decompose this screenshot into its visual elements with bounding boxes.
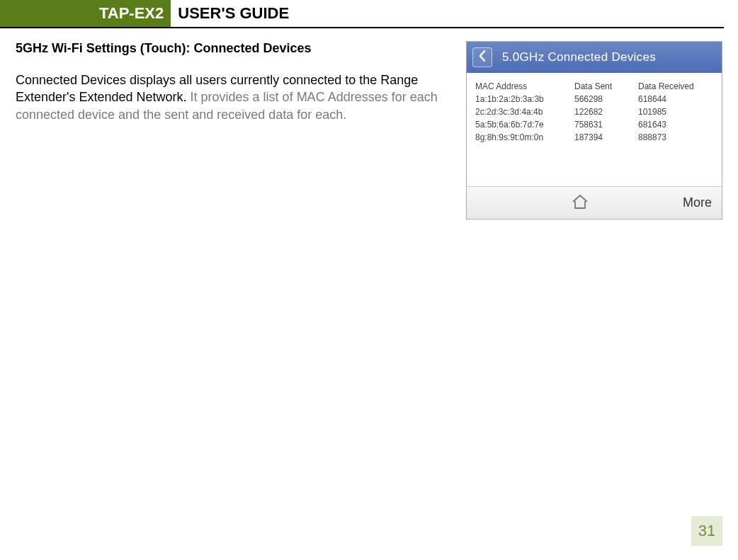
cell-recv: 101985 bbox=[638, 107, 709, 117]
col-header-recv: Data Received bbox=[638, 81, 709, 91]
cell-sent: 187394 bbox=[574, 132, 638, 142]
chevron-left-icon bbox=[478, 50, 487, 65]
table-row: 5a:5b:6a:6b:7d:7e 758631 681643 bbox=[475, 118, 713, 131]
cell-recv: 618644 bbox=[638, 94, 709, 104]
cell-mac: 8g:8h:9s:9t:0m:0n bbox=[475, 132, 574, 142]
more-button[interactable]: More bbox=[683, 195, 712, 210]
cell-recv: 888873 bbox=[638, 132, 709, 142]
page-number: 31 bbox=[691, 516, 722, 546]
device-screenshot: 5.0GHz Connected Devices MAC Address Dat… bbox=[466, 41, 722, 219]
section-heading: 5GHz Wi-Fi Settings (Touch): Connected D… bbox=[16, 41, 452, 56]
product-badge: TAP-EX2 bbox=[99, 0, 171, 27]
table-row: 8g:8h:9s:9t:0m:0n 187394 888873 bbox=[475, 131, 713, 144]
home-button[interactable] bbox=[571, 193, 589, 214]
cell-sent: 122682 bbox=[574, 107, 638, 117]
table-header-row: MAC Address Data Sent Data Received bbox=[475, 80, 713, 93]
cell-mac: 2c:2d:3c:3d:4a:4b bbox=[475, 107, 574, 117]
device-topbar: 5.0GHz Connected Devices bbox=[467, 42, 722, 73]
page-content: 5GHz Wi-Fi Settings (Touch): Connected D… bbox=[0, 28, 738, 219]
device-screen-title: 5.0GHz Connected Devices bbox=[502, 50, 656, 64]
product-name: TAP-EX2 bbox=[99, 4, 171, 23]
table-row: 2c:2d:3c:3d:4a:4b 122682 101985 bbox=[475, 105, 713, 118]
doc-header: TAP-EX2 USER'S GUIDE bbox=[0, 0, 724, 28]
cell-sent: 758631 bbox=[574, 120, 638, 130]
table-row: 1a:1b:2a:2b:3a:3b 566298 618644 bbox=[475, 93, 713, 105]
home-icon bbox=[571, 201, 589, 213]
cell-sent: 566298 bbox=[574, 94, 638, 104]
device-bottombar: More bbox=[467, 186, 722, 219]
back-button[interactable] bbox=[472, 47, 492, 67]
body-paragraph: Connected Devices displays all users cur… bbox=[16, 72, 452, 123]
header-accent-bar bbox=[0, 0, 99, 27]
col-header-sent: Data Sent bbox=[574, 81, 638, 91]
cell-recv: 681643 bbox=[638, 120, 709, 130]
cell-mac: 5a:5b:6a:6b:7d:7e bbox=[475, 120, 574, 130]
text-column: 5GHz Wi-Fi Settings (Touch): Connected D… bbox=[16, 41, 452, 219]
cell-mac: 1a:1b:2a:2b:3a:3b bbox=[475, 94, 574, 104]
device-body: MAC Address Data Sent Data Received 1a:1… bbox=[467, 73, 722, 186]
col-header-mac: MAC Address bbox=[475, 81, 574, 91]
guide-title: USER'S GUIDE bbox=[171, 0, 289, 27]
